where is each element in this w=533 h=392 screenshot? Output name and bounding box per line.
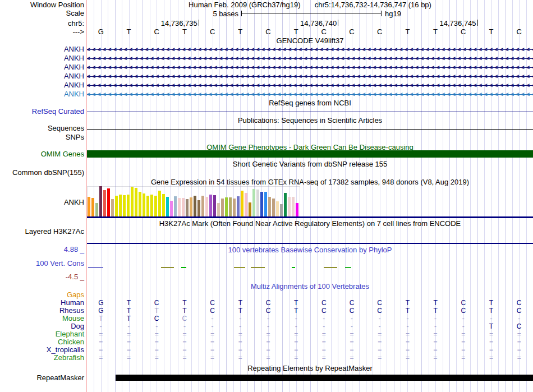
gtex-bar [252,189,255,217]
gtex-title[interactable]: Gene Expression in 54 tissues from GTEx … [87,178,533,186]
track-label-snps[interactable]: SNPs [0,133,84,141]
repeat-title[interactable]: Repeating Elements by RepeatMasker [87,365,533,372]
track-label-gene-ankh-4[interactable]: ANKH [0,72,84,80]
track-label-species-xtropicalis[interactable]: X_tropicalis [0,346,84,354]
phylop-score-dash [88,267,103,268]
track-label-phylop-min[interactable]: -4.5 _ [0,273,84,281]
multiz-base-zebrafish: = [115,354,143,362]
track-label-omim-genes[interactable]: OMIM Genes [0,150,84,158]
track-label-species-zebrafish[interactable]: Zebrafish [0,354,84,362]
multiz-base-x_tropicalis: = [254,346,282,354]
gtex-bar [146,196,149,217]
track-label-species-dog[interactable]: Dog [0,322,84,330]
gene-strand-arrows: <<<<<<<<<<<<<<<<<<<<<<<<<<<<<<<<<<<<<<<<… [87,91,533,98]
phylop-title[interactable]: 100 vertebrates Basewise Conservation by… [87,246,533,254]
track-label-sequences[interactable]: Sequences [0,124,84,132]
gene-item-ankh-5[interactable]: <<<<<<<<<<<<<<<<<<<<<<<<<<<<<<<<<<<<<<<<… [87,82,533,89]
track-label-gene-ankh-1[interactable]: ANKH [0,45,84,53]
multiz-base-x_tropicalis: = [366,346,394,354]
track-label-common-dbsnp[interactable]: Common dbSNP(155) [0,169,84,177]
refseq-title[interactable]: RefSeq genes from NCBI [87,99,533,107]
track-label-window-position[interactable]: Window Position [0,1,84,9]
refseq-curated-item-line[interactable] [87,112,533,112]
multiz-base-dog: T [477,322,506,330]
track-label-species-mouse[interactable]: Mouse [0,315,84,322]
gtex-bar [201,196,204,217]
multiz-base-x_tropicalis: = [421,346,449,354]
track-label-gene-ankh-3[interactable]: ANKH [0,63,84,71]
phylop-score-dash [161,267,174,268]
track-label-chrom[interactable]: chr5: [0,20,84,27]
multiz-base-chicken: = [421,338,449,346]
multiz-base-human: C [143,299,171,307]
sequence-base: C [143,28,171,36]
repeatmasker-item-bar[interactable] [116,375,533,381]
publications-title[interactable]: Publications: Sequences in Scientific Ar… [87,117,533,124]
publications-sequences-item-line[interactable] [87,129,533,130]
gene-item-ankh-6[interactable]: <<<<<<<<<<<<<<<<<<<<<<<<<<<<<<<<<<<<<<<<… [87,91,533,98]
multiz-base-rhesus: C [505,307,533,315]
multiz-base-human: C [310,299,338,307]
multiz-base-rhesus: T [171,307,199,315]
gtex-bar [225,197,228,217]
scale-assembly-label: hg19 [385,10,419,17]
multiz-base-mouse: - [226,315,254,322]
multiz-base-chicken: = [254,338,282,346]
track-label-repeatmasker[interactable]: RepeatMasker [0,374,84,382]
gene-item-ankh-1[interactable]: <<<<<<<<<<<<<<<<<<<<<<<<<<<<<<<<<<<<<<<<… [87,46,533,53]
track-label-gene-ankh-5[interactable]: ANKH [0,81,84,89]
track-label-strand-arrow[interactable]: ---> [0,28,84,36]
track-label-species-elephant[interactable]: Elephant [0,330,84,338]
track-label-layered-h3k27ac[interactable]: Layered H3K27Ac [0,228,84,236]
scale-value-label: 5 bases [182,10,238,17]
gene-item-ankh-2[interactable]: <<<<<<<<<<<<<<<<<<<<<<<<<<<<<<<<<<<<<<<<… [87,55,533,62]
gtex-bar [190,197,192,217]
h3k27ac-title[interactable]: H3K27Ac Mark (Often Found Near Active Re… [87,220,533,228]
multiz-base-chicken: = [143,338,171,346]
track-label-refseq-curated[interactable]: RefSeq Curated [0,108,84,116]
track-label-species-rhesus[interactable]: Rhesus [0,307,84,315]
gtex-bar [150,195,153,217]
multiz-base-mouse: - [310,315,338,322]
track-label-scale[interactable]: Scale [0,10,84,17]
track-label-vert-cons[interactable]: 100 Vert. Cons [0,260,84,268]
track-label-gtex-ankh[interactable]: ANKH [0,199,84,206]
multiz-base-zebrafish: = [310,354,338,362]
track-label-gene-ankh-6[interactable]: ANKH [0,90,84,98]
dbsnp-title[interactable]: Short Genetic Variants from dbSNP releas… [87,160,533,168]
multiz-base-x_tropicalis: = [282,346,310,354]
multiz-base-x_tropicalis: = [199,346,227,354]
gene-item-ankh-4[interactable]: <<<<<<<<<<<<<<<<<<<<<<<<<<<<<<<<<<<<<<<<… [87,73,533,80]
omim-title[interactable]: OMIM Gene Phenotypes - Dark Green Can Be… [87,144,533,151]
gtex-bar [213,195,216,217]
multiz-base-x_tropicalis: = [505,346,533,354]
gtex-bar [221,199,224,217]
track-label-species-gaps[interactable]: Gaps [0,291,84,299]
gencode-title[interactable]: GENCODE V49lift37 [87,37,533,45]
phylop-score-dash [292,267,295,268]
multiz-base-dog: C [505,322,533,330]
sequence-base: C [310,28,338,36]
gene-item-ankh-3[interactable]: <<<<<<<<<<<<<<<<<<<<<<<<<<<<<<<<<<<<<<<<… [87,64,533,71]
phylop-score-dash [181,267,186,268]
multiz-base-elephant: = [310,330,338,338]
multiz-base-rhesus: G [87,307,115,315]
track-label-phylop-max[interactable]: 4.88 _ [0,246,84,253]
multiz-base-mouse: - [199,315,227,322]
track-label-gene-ankh-2[interactable]: ANKH [0,54,84,62]
gtex-bar [99,186,102,217]
gtex-bar [296,203,298,217]
gtex-bar [186,199,189,217]
phylop-score-dash [234,267,245,268]
gtex-bar [115,196,118,217]
track-label-species-chicken[interactable]: Chicken [0,338,84,346]
multiz-base-dog: - [226,322,254,330]
gtex-bar [91,198,94,217]
multiz-base-rhesus: C [366,307,394,315]
gtex-bar [119,195,122,217]
sequence-base: C [366,28,394,36]
gtex-bar [237,196,240,217]
phylop-score-dash [324,267,337,268]
track-label-species-human[interactable]: Human [0,299,84,307]
multiz-title[interactable]: Multiz Alignments of 100 Vertebrates [87,283,533,290]
